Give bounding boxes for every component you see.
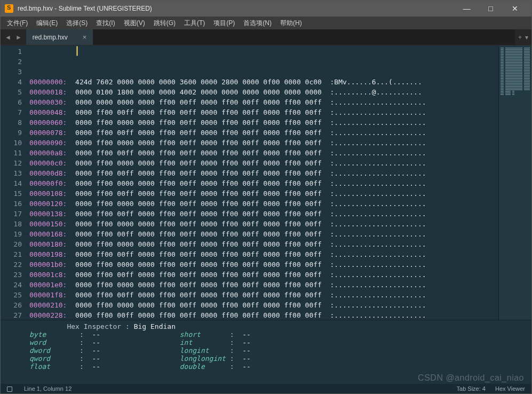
hex-row[interactable]: 000001c8: 0000 ff00 00ff 0000 ff00 00ff … — [29, 270, 498, 280]
hex-row[interactable]: 00000090: 0000 ff00 0000 0000 ff00 00ff … — [29, 138, 498, 148]
hex-bytes: 0000 ff00 0000 0000 ff00 00ff 0000 ff00 … — [67, 261, 321, 269]
hex-row[interactable]: 00000000: 424d 7602 0000 0000 0000 3600 … — [29, 77, 498, 87]
hex-row[interactable]: 00000228: 0000 ff00 00ff 0000 ff00 00ff … — [29, 310, 498, 320]
hex-ascii: :...................... — [322, 200, 426, 208]
line-number: 2 — [1, 57, 22, 67]
hex-bytes: 0000 ff00 00ff 0000 ff00 00ff 0000 ff00 … — [67, 108, 321, 116]
line-number: 6 — [1, 97, 22, 107]
hex-address: 00000018: — [29, 88, 67, 96]
editor-content[interactable]: 00000000: 424d 7602 0000 0000 0000 3600 … — [26, 45, 498, 320]
menu-item-8[interactable]: 首选项(N) — [239, 17, 276, 29]
hex-row[interactable]: 000000d8: 0000 ff00 00ff 0000 ff00 00ff … — [29, 168, 498, 178]
line-number: 23 — [1, 270, 22, 280]
titlebar[interactable]: red.bmp.hxv - Sublime Text (UNREGISTERED… — [1, 1, 531, 17]
menubar: 文件(F)编辑(E)选择(S)查找(I)视图(V)跳转(G)工具(T)项目(P)… — [1, 17, 531, 29]
hex-row[interactable]: 00000018: 0000 0100 1800 0000 0000 4002 … — [29, 87, 498, 97]
hex-address: 00000108: — [29, 190, 67, 198]
hex-row[interactable]: 000000f0: 0000 ff00 0000 0000 ff00 00ff … — [29, 178, 498, 188]
menu-item-5[interactable]: 跳转(G) — [149, 17, 180, 29]
hex-address: 00000138: — [29, 210, 67, 218]
hex-row[interactable]: 00000198: 0000 ff00 00ff 0000 ff00 00ff … — [29, 249, 498, 259]
menu-item-9[interactable]: 帮助(H) — [276, 17, 306, 29]
hex-address: 000000f0: — [29, 179, 67, 187]
hex-row[interactable]: 000001b0: 0000 ff00 0000 0000 ff00 00ff … — [29, 259, 498, 270]
status-syntax[interactable]: Hex Viewer — [495, 385, 525, 392]
line-number: 18 — [1, 219, 22, 229]
maximize-button[interactable]: □ — [479, 1, 503, 17]
line-number: 8 — [1, 117, 22, 128]
line-number: 14 — [1, 178, 22, 188]
hex-ascii: :...................... — [322, 291, 426, 299]
hex-row[interactable]: 000001f8: 0000 ff00 00ff 0000 ff00 00ff … — [29, 290, 498, 300]
hex-ascii: :...................... — [322, 210, 426, 218]
hex-row[interactable]: 00000120: 0000 ff00 0000 0000 ff00 00ff … — [29, 199, 498, 209]
menu-item-4[interactable]: 视图(V) — [120, 17, 149, 29]
hex-row[interactable]: 000000c0: 0000 ff00 0000 0000 ff00 00ff … — [29, 158, 498, 168]
hex-row[interactable]: 00000210: 0000 ff00 0000 0000 ff00 00ff … — [29, 300, 498, 310]
window-title: red.bmp.hxv - Sublime Text (UNREGISTERED… — [18, 5, 455, 12]
hex-address: 00000048: — [29, 108, 67, 116]
hex-ascii: :...................... — [322, 230, 426, 238]
hex-bytes: 0000 ff00 00ff 0000 ff00 00ff 0000 ff00 … — [67, 291, 321, 299]
hex-row[interactable]: 00000108: 0000 ff00 00ff 0000 ff00 00ff … — [29, 188, 498, 199]
nav-forward-button[interactable]: ► — [13, 34, 24, 41]
editor[interactable]: 1234567891011121314151617181920212223242… — [1, 45, 531, 320]
menu-item-7[interactable]: 项目(P) — [209, 17, 239, 29]
hex-row[interactable]: 00000180: 0000 ff00 0000 0000 ff00 00ff … — [29, 239, 498, 249]
hex-ascii: :...................... — [322, 179, 426, 187]
status-position[interactable]: Line 1, Column 12 — [24, 385, 72, 392]
hex-row[interactable]: 000000a8: 0000 ff00 00ff 0000 ff00 00ff … — [29, 148, 498, 158]
hex-row[interactable]: 000001e0: 0000 ff00 0000 0000 ff00 00ff … — [29, 280, 498, 290]
hex-bytes: 0000 ff00 00ff 0000 ff00 00ff 0000 ff00 … — [67, 149, 321, 157]
hex-address: 000000c0: — [29, 159, 67, 167]
minimize-button[interactable]: — — [455, 1, 479, 17]
hex-ascii: :...................... — [322, 261, 426, 269]
hex-bytes: 0000 ff00 0000 0000 ff00 00ff 0000 ff00 … — [67, 301, 321, 309]
menu-item-1[interactable]: 编辑(E) — [32, 17, 62, 29]
line-number: 10 — [1, 138, 22, 148]
hex-bytes: 0000 ff00 0000 0000 ff00 00ff 0000 ff00 … — [67, 119, 321, 127]
status-icon — [7, 387, 12, 392]
hex-bytes: 0000 ff00 0000 0000 ff00 00ff 0000 ff00 … — [67, 159, 321, 167]
nav-back-button[interactable]: ◄ — [3, 34, 13, 41]
hex-ascii: :...................... — [322, 119, 426, 127]
close-button[interactable]: ✕ — [503, 1, 527, 17]
line-number: 15 — [1, 188, 22, 199]
menu-item-0[interactable]: 文件(F) — [3, 17, 32, 29]
hex-ascii: :...................... — [322, 98, 426, 106]
menu-item-2[interactable]: 选择(S) — [62, 17, 92, 29]
hex-row[interactable]: 00000060: 0000 ff00 0000 0000 ff00 00ff … — [29, 117, 498, 128]
hex-bytes: 0000 ff00 0000 0000 ff00 00ff 0000 ff00 … — [67, 281, 321, 289]
tab-close-icon[interactable]: × — [83, 33, 87, 41]
menu-item-6[interactable]: 工具(T) — [180, 17, 209, 29]
hex-ascii: :.........@........... — [322, 88, 422, 96]
hex-ascii: :...................... — [322, 108, 426, 116]
hex-address: 00000030: — [29, 98, 67, 106]
hex-bytes: 0000 ff00 00ff 0000 ff00 00ff 0000 ff00 … — [67, 169, 321, 177]
hex-address: 000000a8: — [29, 149, 67, 157]
hex-bytes: 0000 ff00 0000 0000 ff00 00ff 0000 ff00 … — [67, 220, 321, 228]
minimap[interactable] — [498, 45, 531, 320]
hex-ascii: :BMv......6...(....... — [322, 78, 422, 86]
hex-row[interactable]: 00000048: 0000 ff00 00ff 0000 ff00 00ff … — [29, 107, 498, 117]
new-tab-button[interactable]: + — [518, 34, 522, 41]
hex-ascii: :...................... — [322, 159, 426, 167]
status-tabsize[interactable]: Tab Size: 4 — [457, 385, 486, 392]
tab-active[interactable]: red.bmp.hxv × — [26, 29, 93, 45]
line-number: 13 — [1, 168, 22, 178]
hex-address: 000001f8: — [29, 291, 67, 299]
menu-item-3[interactable]: 查找(I) — [92, 17, 119, 29]
tab-overflow-button[interactable]: ▾ — [525, 34, 528, 41]
hex-row[interactable]: 00000138: 0000 ff00 00ff 0000 ff00 00ff … — [29, 209, 498, 219]
hex-row[interactable]: 00000168: 0000 ff00 00ff 0000 ff00 00ff … — [29, 229, 498, 239]
hex-row[interactable]: 00000030: 0000 0000 0000 0000 ff00 00ff … — [29, 97, 498, 107]
hex-ascii: :...................... — [322, 250, 426, 258]
hex-address: 00000210: — [29, 301, 67, 309]
line-number: 17 — [1, 209, 22, 219]
hex-inspector-panel: Hex Inspector : Big Endian byte : -- sho… — [1, 320, 531, 384]
hex-address: 00000168: — [29, 230, 67, 238]
hex-bytes: 0000 ff00 0000 0000 ff00 00ff 0000 ff00 … — [67, 139, 321, 147]
hex-row[interactable]: 00000150: 0000 ff00 0000 0000 ff00 00ff … — [29, 219, 498, 229]
hex-row[interactable]: 00000078: 0000 ff00 00ff 0000 ff00 00ff … — [29, 128, 498, 138]
hex-address: 00000180: — [29, 240, 67, 248]
